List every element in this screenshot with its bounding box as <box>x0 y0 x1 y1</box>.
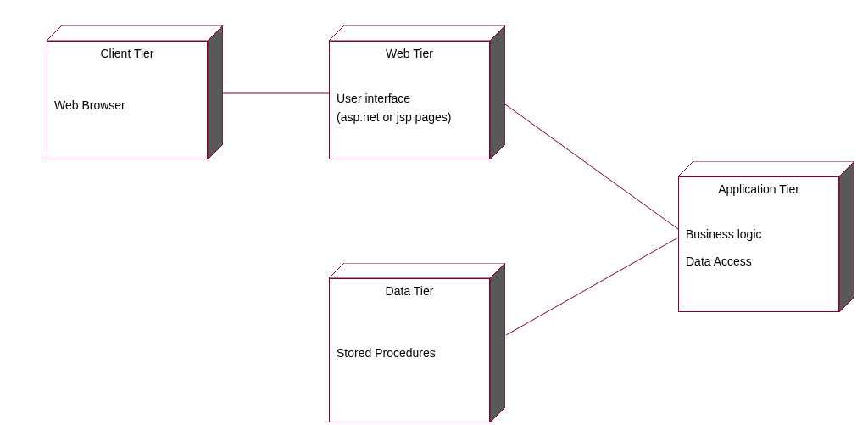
node-web-tier: Web Tier User interface (asp.net or jsp … <box>329 25 505 159</box>
node-line: Business logic <box>686 226 832 242</box>
svg-marker-7 <box>839 161 854 312</box>
node-line: User interface <box>337 91 482 106</box>
svg-marker-2 <box>329 25 505 41</box>
svg-marker-3 <box>490 25 505 159</box>
node-client-tier: Client Tier Web Browser <box>47 25 223 159</box>
node-title: Data Tier <box>337 284 482 298</box>
node-app-tier: Application Tier Business logic Data Acc… <box>678 161 854 312</box>
svg-marker-6 <box>678 161 854 176</box>
svg-marker-5 <box>490 263 505 422</box>
edge-data-app <box>506 238 678 335</box>
node-line: (asp.net or jsp pages) <box>337 109 482 125</box>
node-line: Web Browser <box>54 98 200 113</box>
node-line: Stored Procedures <box>337 345 482 361</box>
svg-marker-1 <box>208 25 223 159</box>
node-title: Client Tier <box>54 47 200 60</box>
svg-marker-4 <box>329 263 505 278</box>
svg-marker-0 <box>47 25 223 41</box>
node-line: Data Access <box>686 254 832 269</box>
node-title: Web Tier <box>337 47 482 60</box>
node-data-tier: Data Tier Stored Procedures <box>329 263 505 422</box>
edge-web-app <box>490 93 678 229</box>
node-title: Application Tier <box>686 182 832 196</box>
